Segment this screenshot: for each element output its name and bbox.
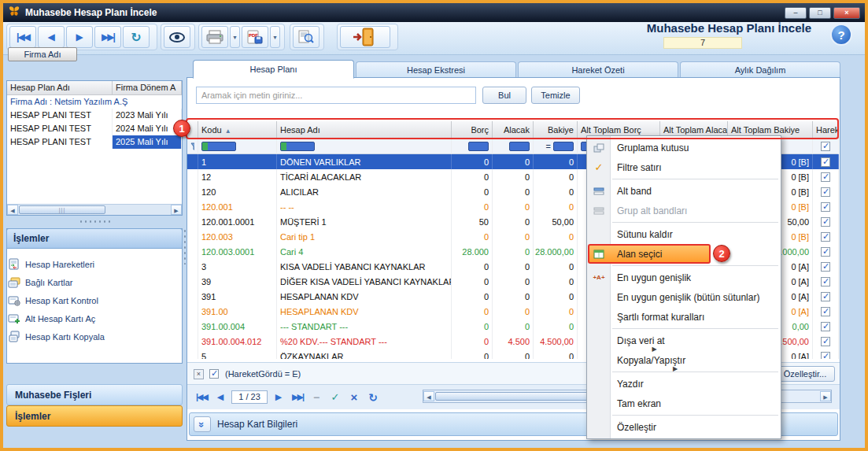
cell-hareket[interactable] bbox=[813, 349, 839, 359]
cell-hareket[interactable] bbox=[813, 289, 839, 304]
filter-value-box[interactable] bbox=[201, 142, 236, 151]
filter-value-box[interactable] bbox=[280, 142, 315, 151]
cell-hareket[interactable] bbox=[813, 169, 839, 184]
column-header-period[interactable]: Firma Dönem A bbox=[113, 81, 182, 95]
checkbox-checked-icon[interactable] bbox=[821, 142, 830, 151]
cell-hareket[interactable] bbox=[813, 259, 839, 274]
checkbox-checked-icon[interactable] bbox=[821, 262, 830, 272]
last-record-button[interactable] bbox=[94, 26, 121, 48]
plan-row[interactable]: HESAP PLANI TEST 2023 Mali Yılı bbox=[7, 109, 182, 122]
menu-item-alt-band[interactable]: Alt band bbox=[587, 181, 781, 201]
print-button[interactable] bbox=[201, 26, 228, 48]
cell-hareket[interactable] bbox=[813, 334, 839, 349]
filter-equals-operator[interactable]: = bbox=[546, 142, 551, 151]
column-header-borc[interactable]: Borç bbox=[452, 121, 493, 139]
menu-item-en-uygun-genislik[interactable]: +A+ En uygun genişlik bbox=[587, 268, 781, 287]
column-header-kodu[interactable]: Kodu bbox=[198, 121, 277, 139]
column-header-hesap-adi[interactable]: Hesap Adı bbox=[277, 121, 452, 139]
group-by-firma-adi-button[interactable]: Firma Adı bbox=[8, 47, 77, 61]
filter-cell-alacak[interactable] bbox=[493, 139, 534, 154]
column-header-plan[interactable]: Hesap Plan Adı bbox=[7, 81, 113, 95]
group-row[interactable]: Firma Adı : Netsim Yazılım A.Ş bbox=[7, 95, 182, 109]
menu-item-tam-ekran[interactable]: Tam ekran bbox=[587, 394, 781, 413]
filter-value-box[interactable] bbox=[509, 142, 530, 151]
cell-hareket[interactable] bbox=[813, 274, 839, 289]
column-header-alacak[interactable]: Alacak bbox=[493, 121, 534, 139]
operations-panel-header[interactable]: İşlemler bbox=[6, 228, 183, 249]
muhasebe-fisleri-bar[interactable]: Muhasebe Fişleri bbox=[6, 384, 183, 405]
next-record-button[interactable] bbox=[66, 26, 93, 48]
scroll-right-icon[interactable]: ▶ bbox=[171, 205, 182, 215]
pager-cancel-icon[interactable] bbox=[346, 390, 362, 405]
action-hesap-karti-kopyala[interactable]: Hesap Kartı Kopyala bbox=[8, 327, 179, 346]
print-dropdown-arrow-icon[interactable] bbox=[230, 26, 240, 48]
menu-item-en-uygun-genislik-butun[interactable]: En uygun genişlik (bütün sütunlar) bbox=[587, 287, 781, 307]
refresh-button[interactable] bbox=[123, 26, 150, 48]
checkbox-checked-icon[interactable] bbox=[821, 232, 830, 242]
filter-cell-hareket[interactable] bbox=[813, 139, 839, 154]
checkbox-checked-icon[interactable] bbox=[821, 292, 830, 301]
preview-button[interactable] bbox=[293, 26, 319, 48]
tab-hareket-ozeti[interactable]: Hareket Özeti bbox=[518, 61, 678, 78]
cell-hareket[interactable] bbox=[813, 154, 839, 169]
pager-first-icon[interactable] bbox=[194, 390, 209, 405]
tab-aylik-dagilim[interactable]: Aylık Dağılım bbox=[680, 61, 840, 78]
cell-hareket[interactable] bbox=[813, 244, 839, 259]
scroll-left-icon[interactable]: ◀ bbox=[7, 205, 18, 215]
plan-row-selected[interactable]: HESAP PLANI TEST 2025 Mali Yılı bbox=[7, 135, 182, 149]
menu-item-sutunu-kaldir[interactable]: Sütunu kaldır bbox=[587, 224, 781, 244]
customize-button[interactable]: Özelleştir... bbox=[775, 366, 835, 382]
checkbox-checked-icon[interactable] bbox=[821, 202, 830, 212]
scroll-left-icon[interactable]: ◀ bbox=[423, 391, 434, 401]
checkbox-checked-icon[interactable] bbox=[821, 322, 830, 331]
maximize-button[interactable]: □ bbox=[809, 7, 831, 19]
tab-hesap-ekstresi[interactable]: Hesap Ekstresi bbox=[356, 61, 516, 78]
cell-hareket[interactable] bbox=[813, 319, 839, 334]
checkbox-checked-icon[interactable] bbox=[821, 277, 830, 286]
cell-hareket[interactable] bbox=[813, 304, 839, 319]
pager-confirm-icon[interactable] bbox=[327, 390, 343, 405]
minimize-button[interactable]: – bbox=[785, 7, 807, 19]
filter-cell-hesap-adi[interactable] bbox=[277, 139, 452, 154]
horizontal-splitter-grip[interactable] bbox=[79, 220, 113, 224]
tab-hesap-plani[interactable]: Hesap Planı bbox=[193, 60, 354, 79]
help-button[interactable]: ? bbox=[830, 24, 852, 46]
checkbox-checked-icon[interactable] bbox=[821, 172, 830, 182]
cell-hareket[interactable] bbox=[813, 199, 839, 214]
column-header-hareket[interactable]: Harek bbox=[813, 121, 839, 139]
sidebar-horizontal-scrollbar[interactable]: ◀ ||| ▶ bbox=[7, 204, 182, 215]
menu-item-disa-veri-at[interactable]: Dışa veri at bbox=[587, 331, 781, 350]
cell-hareket[interactable] bbox=[813, 184, 839, 199]
scroll-right-icon[interactable]: ▶ bbox=[820, 391, 831, 401]
close-button[interactable]: × bbox=[833, 7, 860, 19]
menu-item-yazdir[interactable]: Yazdır bbox=[587, 374, 781, 394]
action-hesap-hareketleri[interactable]: Hesap Hareketleri bbox=[8, 255, 179, 273]
remove-filter-icon[interactable]: × bbox=[194, 369, 204, 379]
title-bar[interactable]: Muhasebe Hesap Planı İncele – □ × bbox=[3, 3, 865, 22]
action-bagli-kartlar[interactable]: Bağlı Kartlar bbox=[8, 273, 179, 291]
pager-refresh-icon[interactable] bbox=[365, 390, 381, 405]
cell-hareket[interactable] bbox=[813, 229, 839, 244]
pdf-save-button[interactable]: PDF bbox=[242, 26, 268, 48]
menu-item-filtre-satiri[interactable]: Filtre satırı bbox=[587, 157, 781, 177]
islemler-bar[interactable]: İşlemler bbox=[6, 405, 183, 427]
pdf-dropdown-arrow-icon[interactable] bbox=[270, 26, 280, 48]
clear-button[interactable]: Temizle bbox=[531, 87, 580, 104]
menu-item-ozellestir[interactable]: Özelleştir bbox=[587, 417, 781, 437]
filter-active-checkbox[interactable] bbox=[209, 369, 219, 379]
cell-hareket[interactable] bbox=[813, 214, 839, 229]
checkbox-checked-icon[interactable] bbox=[821, 187, 830, 197]
filter-cell-bakiye[interactable]: = bbox=[534, 139, 578, 154]
menu-item-sartli-format[interactable]: Şartlı format kuralları bbox=[587, 307, 781, 327]
menu-item-gruplama-kutusu[interactable]: Gruplama kutusu bbox=[587, 138, 781, 157]
action-alt-hesap-karti-ac[interactable]: Alt Hesap Kartı Aç bbox=[8, 309, 179, 327]
find-button[interactable]: Bul bbox=[482, 87, 526, 104]
pager-last-icon[interactable] bbox=[290, 390, 305, 405]
pager-previous-icon[interactable] bbox=[212, 390, 228, 405]
filter-value-box[interactable] bbox=[468, 142, 489, 151]
checkbox-checked-icon[interactable] bbox=[821, 307, 830, 316]
column-header-bakiye[interactable]: Bakiye bbox=[534, 121, 578, 139]
previous-record-button[interactable] bbox=[38, 26, 65, 48]
plan-row[interactable]: HESAP PLANI TEST 2024 Mali Yılı bbox=[7, 122, 182, 135]
checkbox-checked-icon[interactable] bbox=[821, 157, 830, 167]
